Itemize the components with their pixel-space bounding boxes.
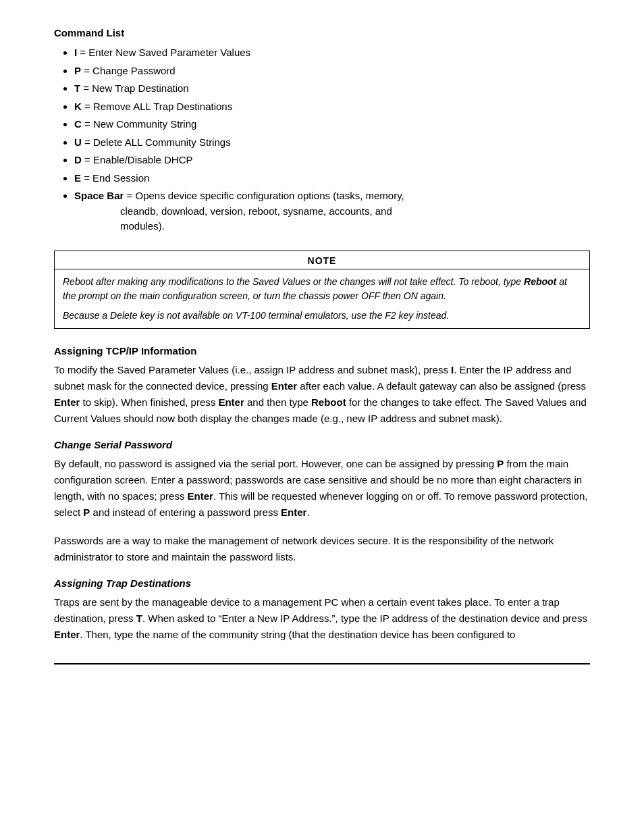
cmd-key-t: T [74, 82, 80, 94]
cmd-desc-e: = End Session [81, 172, 149, 184]
change-serial-body-1: By default, no password is assigned via … [54, 456, 590, 521]
cmd-desc-k: = Remove ALL Trap Destinations [82, 101, 232, 112]
cmd-desc-d: = Enable/Disable DHCP [82, 154, 193, 165]
cmd-key-p: P [74, 65, 81, 76]
assigning-trap-heading: Assigning Trap Destinations [54, 577, 590, 589]
bold-enter-6: Enter [54, 629, 80, 640]
bold-p-2: P [83, 506, 90, 518]
note-paragraph-2: Because a Delete key is not available on… [63, 309, 581, 323]
note-body: Reboot after making any modifications to… [55, 269, 589, 328]
note-text-reboot: Reboot after making any modifications to… [63, 276, 524, 287]
bold-i: I [451, 364, 454, 375]
bold-reboot: Reboot [311, 396, 346, 408]
note-box: NOTE Reboot after making any modificatio… [54, 251, 590, 329]
list-item: U = Delete ALL Community Strings [74, 135, 590, 151]
cmd-desc-spacebar-line2: cleandb, download, version, reboot, sysn… [74, 204, 590, 219]
cmd-desc-p: = Change Password [81, 65, 176, 76]
bold-enter-5: Enter [281, 506, 306, 518]
command-list-items: I = Enter New Saved Parameter Values P =… [54, 45, 590, 234]
list-item: P = Change Password [74, 63, 590, 79]
cmd-desc-spacebar-line3: modules). [74, 219, 590, 234]
cmd-key-u: U [74, 136, 82, 148]
cmd-desc-i: = Enter New Saved Parameter Values [77, 47, 250, 58]
change-serial-heading: Change Serial Password [54, 439, 590, 450]
list-item: E = End Session [74, 171, 590, 186]
bold-enter-1: Enter [271, 380, 297, 392]
page-content: Command List I = Enter New Saved Paramet… [54, 27, 590, 664]
cmd-desc-u: = Delete ALL Community Strings [82, 136, 231, 148]
bold-p: P [497, 458, 504, 469]
bold-t: T [136, 613, 142, 624]
note-paragraph-1: Reboot after making any modifications to… [63, 275, 581, 303]
change-serial-body-2: Passwords are a way to make the manageme… [54, 533, 590, 565]
cmd-key-spacebar: Space Bar [74, 190, 124, 201]
assigning-tcp-heading: Assigning TCP/IP Information [54, 345, 590, 357]
list-item-spacebar: Space Bar = Opens device specific config… [74, 188, 590, 234]
cmd-key-e: E [74, 172, 81, 184]
list-item: D = Enable/Disable DHCP [74, 153, 590, 168]
list-item: C = New Community String [74, 117, 590, 132]
note-title: NOTE [55, 251, 589, 269]
list-item: T = New Trap Destination [74, 81, 590, 97]
assigning-tcp-body: To modify the Saved Parameter Values (i.… [54, 362, 590, 427]
list-item: K = Remove ALL Trap Destinations [74, 99, 590, 115]
bottom-rule [54, 663, 590, 664]
command-list-heading: Command List [54, 27, 590, 38]
list-item: I = Enter New Saved Parameter Values [74, 45, 590, 61]
cmd-desc-t: = New Trap Destination [80, 82, 189, 94]
cmd-desc-spacebar: = Opens device specific configuration op… [124, 190, 404, 201]
bold-enter-4: Enter [188, 490, 213, 502]
assigning-trap-section: Assigning Trap Destinations Traps are se… [54, 577, 590, 643]
cmd-key-d: D [74, 154, 82, 165]
assigning-trap-body: Traps are sent by the manageable device … [54, 594, 590, 643]
bold-enter-2: Enter [54, 396, 80, 408]
note-bold-reboot: Reboot [524, 276, 556, 287]
assigning-tcp-section: Assigning TCP/IP Information To modify t… [54, 345, 590, 427]
bold-enter-3: Enter [218, 396, 244, 408]
note-text-delete: Because a Delete key is not available on… [63, 310, 449, 321]
cmd-desc-c: = New Community String [82, 118, 196, 130]
change-serial-section: Change Serial Password By default, no pa… [54, 439, 590, 565]
command-list-section: Command List I = Enter New Saved Paramet… [54, 27, 590, 234]
cmd-key-c: C [74, 118, 82, 130]
cmd-key-k: K [74, 101, 82, 112]
